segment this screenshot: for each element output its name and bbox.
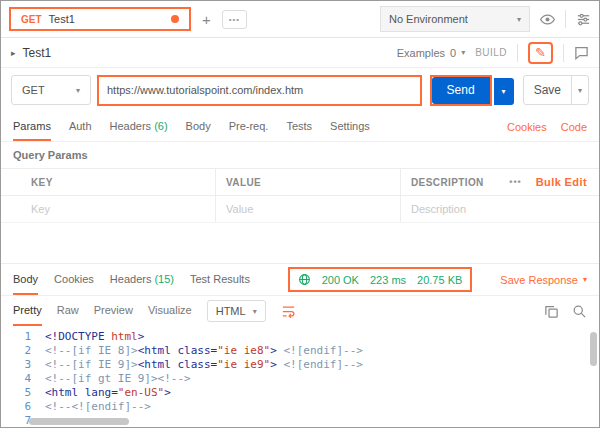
- send-options-caret[interactable]: ▾: [494, 78, 514, 105]
- response-headers-label: Headers: [110, 273, 152, 285]
- status-size: 20.75 KB: [417, 274, 462, 286]
- chevron-down-icon: ▾: [461, 48, 465, 57]
- header-actions: ••• Bulk Edit: [509, 176, 599, 188]
- column-header-key: KEY: [1, 169, 216, 195]
- collapse-arrow-icon[interactable]: ▸: [11, 48, 16, 58]
- format-label: HTML: [216, 305, 246, 317]
- response-body-code: 1<!DOCTYPE html>2<!--[if IE 8]><html cla…: [1, 326, 599, 427]
- request-title-actions: Examples 0 ▾ BUILD ✎: [397, 42, 589, 64]
- horizontal-scrollbar-thumb[interactable]: [29, 418, 129, 425]
- response-tab-headers[interactable]: Headers(15): [110, 264, 174, 295]
- response-tab-body[interactable]: Body: [13, 264, 38, 295]
- code-line: 5<html lang="en-US">: [1, 386, 599, 400]
- top-tab-bar: GET Test1 + ••• No Environment ▾: [1, 1, 599, 38]
- more-options-icon[interactable]: •••: [509, 177, 521, 187]
- send-highlight-box: Send: [430, 75, 492, 106]
- tab-auth[interactable]: Auth: [69, 112, 92, 141]
- tab-title: Test1: [49, 13, 75, 25]
- network-globe-icon: [298, 273, 311, 286]
- tab-settings[interactable]: Settings: [330, 112, 370, 141]
- params-table-row: [1, 196, 599, 223]
- method-selector[interactable]: GET ▾: [11, 75, 91, 105]
- status-highlight-box: 200 OK 223 ms 20.75 KB: [288, 267, 473, 292]
- line-number: 4: [1, 372, 31, 386]
- save-response-button[interactable]: Save Response ▾: [500, 264, 587, 295]
- request-tab-links: Cookies Code: [507, 112, 587, 141]
- edit-pencil-icon[interactable]: ✎: [528, 42, 553, 64]
- url-highlight-box: [97, 75, 422, 106]
- examples-label: Examples: [397, 47, 445, 59]
- tab-pre-req[interactable]: Pre-req.: [229, 112, 269, 141]
- chevron-down-icon: ▾: [517, 15, 521, 24]
- divider: [565, 10, 566, 28]
- request-url-row: GET ▾ Send ▾ Save ▾: [1, 68, 599, 112]
- cookies-link[interactable]: Cookies: [507, 121, 547, 133]
- send-button[interactable]: Send: [432, 77, 490, 104]
- bulk-edit-link[interactable]: Bulk Edit: [536, 176, 587, 188]
- response-tab-cookies[interactable]: Cookies: [54, 264, 94, 295]
- code-text: <!--[if IE 8]><html class="ie ie8"> <![e…: [45, 344, 363, 358]
- tab-headers-label: Headers: [110, 120, 152, 132]
- divider: [563, 44, 564, 62]
- environment-settings-sliders-icon[interactable]: [576, 12, 591, 27]
- tab-headers[interactable]: Headers(6): [110, 112, 168, 141]
- tab-headers-count: (6): [154, 120, 167, 132]
- environment-quick-look-eye-icon[interactable]: [540, 12, 555, 27]
- key-cell: [1, 196, 216, 222]
- code-line: 1<!DOCTYPE html>: [1, 330, 599, 344]
- copy-icon[interactable]: [544, 304, 559, 319]
- status-time: 223 ms: [370, 274, 406, 286]
- examples-dropdown[interactable]: Examples 0 ▾: [397, 47, 465, 59]
- tab-body[interactable]: Body: [186, 112, 211, 141]
- view-tab-pretty[interactable]: Pretty: [13, 296, 42, 326]
- key-input[interactable]: [31, 203, 215, 215]
- save-button[interactable]: Save: [524, 83, 571, 97]
- code-link[interactable]: Code: [561, 121, 587, 133]
- value-input[interactable]: [226, 203, 400, 215]
- response-tabs-row: Body Cookies Headers(15) Test Results 20…: [1, 263, 599, 296]
- url-input[interactable]: [99, 84, 420, 96]
- wrap-text-icon[interactable]: [281, 304, 296, 319]
- tab-options-button[interactable]: •••: [222, 10, 247, 29]
- comments-icon[interactable]: [574, 45, 589, 60]
- request-title-row: ▸ Test1 Examples 0 ▾ BUILD ✎: [1, 38, 599, 68]
- format-selector[interactable]: HTML ▾: [207, 300, 266, 322]
- chevron-down-icon: ▾: [76, 86, 80, 95]
- vertical-scrollbar-thumb[interactable]: [590, 332, 597, 366]
- method-label: GET: [22, 84, 45, 96]
- chevron-down-icon: ▾: [583, 275, 587, 284]
- code-text: <!--[if gt IE 9]><!-->: [45, 372, 191, 386]
- description-cell: [401, 196, 599, 222]
- save-button-group: Save ▾: [523, 75, 589, 105]
- line-number: 3: [1, 358, 31, 372]
- response-tab-test-results[interactable]: Test Results: [190, 264, 250, 295]
- line-number: 5: [1, 386, 31, 400]
- status-code: 200 OK: [322, 274, 359, 286]
- request-title: Test1: [23, 46, 52, 60]
- value-cell: [216, 196, 401, 222]
- chevron-down-icon: ▾: [253, 307, 257, 316]
- examples-count: 0: [450, 47, 456, 59]
- search-icon[interactable]: [572, 304, 587, 319]
- description-header-label: DESCRIPTION: [411, 177, 484, 188]
- code-text: <!--[if IE 9]><html class="ie ie9"> <![e…: [45, 358, 363, 372]
- view-tab-preview[interactable]: Preview: [94, 296, 133, 326]
- code-lines: 1<!DOCTYPE html>2<!--[if IE 8]><html cla…: [1, 330, 599, 427]
- tab-method-badge: GET: [21, 14, 42, 25]
- code-text: <!DOCTYPE html>: [45, 330, 144, 344]
- view-tab-raw[interactable]: Raw: [57, 296, 79, 326]
- new-tab-button[interactable]: +: [191, 11, 222, 28]
- tab-tests[interactable]: Tests: [286, 112, 312, 141]
- save-options-caret[interactable]: ▾: [571, 76, 588, 104]
- description-input[interactable]: [411, 203, 599, 215]
- postman-window: GET Test1 + ••• No Environment ▾ ▸ Test1…: [0, 0, 600, 428]
- environment-selector[interactable]: No Environment ▾: [380, 6, 530, 32]
- spacer: [1, 223, 599, 263]
- line-number: 6: [1, 400, 31, 414]
- params-table-header: KEY VALUE DESCRIPTION ••• Bulk Edit: [1, 168, 599, 196]
- request-tab-test1[interactable]: GET Test1: [9, 7, 191, 31]
- code-line: 4<!--[if gt IE 9]><!-->: [1, 372, 599, 386]
- tab-params[interactable]: Params: [13, 112, 51, 141]
- view-tab-visualize[interactable]: Visualize: [148, 296, 192, 326]
- topbar-right: No Environment ▾: [380, 6, 591, 32]
